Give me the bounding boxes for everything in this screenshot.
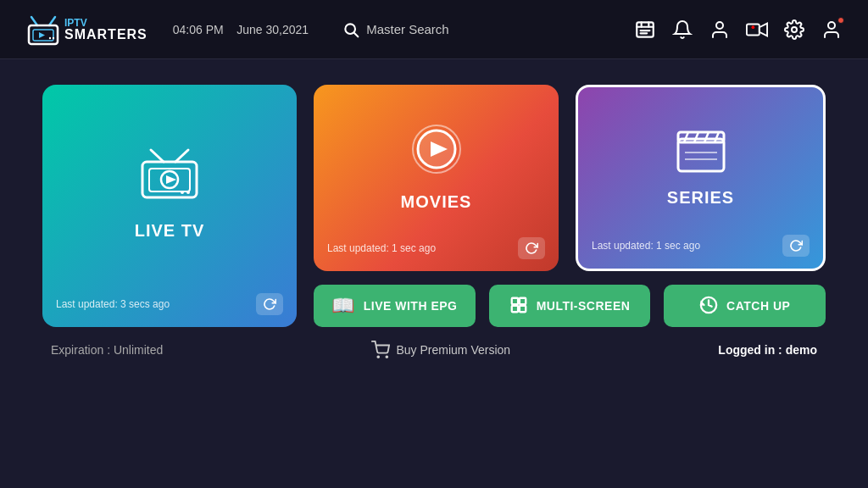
expiration-text: Expiration : Unlimited (51, 343, 163, 357)
svg-line-0 (31, 17, 37, 25)
cards-row: LIVE TV Last updated: 3 secs ago (42, 85, 826, 327)
svg-rect-43 (511, 305, 517, 311)
multi-screen-label: MULTI-SCREEN (537, 299, 631, 313)
svg-point-27 (181, 191, 184, 194)
svg-line-8 (354, 32, 359, 36)
svg-point-15 (716, 22, 723, 29)
date-display: June 30,2021 (236, 23, 309, 36)
svg-marker-26 (166, 175, 176, 184)
epg-icon[interactable] (634, 19, 656, 41)
movies-icon (407, 119, 466, 182)
live-with-epg-button[interactable]: 📖 LIVE WITH EPG (314, 285, 476, 327)
header: IPTV SMARTERS 04:06 PM June 30,2021 Mast… (0, 0, 868, 59)
action-buttons-row: 📖 LIVE WITH EPG MULTI-SCREEN (314, 285, 826, 327)
logged-in-user: demo (786, 343, 817, 357)
live-tv-title: LIVE TV (135, 221, 205, 241)
main-content: LIVE TV Last updated: 3 secs ago (0, 59, 868, 488)
svg-point-20 (828, 22, 835, 29)
svg-marker-17 (760, 23, 767, 36)
svg-point-6 (53, 36, 54, 38)
live-epg-icon: 📖 (331, 295, 355, 317)
series-card[interactable]: SERIES Last updated: 1 sec ago (576, 85, 826, 271)
live-epg-label: LIVE WITH EPG (364, 299, 458, 313)
series-title: SERIES (667, 188, 734, 208)
logged-in-label: Logged in : (718, 343, 785, 357)
svg-point-5 (49, 36, 51, 38)
svg-line-35 (684, 132, 688, 142)
svg-line-37 (704, 132, 709, 142)
svg-rect-41 (511, 297, 517, 303)
notification-icon[interactable] (671, 19, 693, 41)
footer: Expiration : Unlimited Buy Premium Versi… (42, 341, 826, 359)
record-icon[interactable] (746, 19, 768, 41)
svg-line-1 (49, 17, 55, 25)
svg-rect-33 (678, 139, 724, 171)
multi-screen-icon (509, 296, 528, 317)
user-icon[interactable] (709, 19, 731, 41)
movies-card[interactable]: MOVIES Last updated: 1 sec ago (314, 85, 559, 271)
logo-smarters: SMARTERS (64, 28, 147, 42)
cart-icon (371, 341, 390, 359)
header-icons (634, 19, 843, 41)
search-bar[interactable]: Master Search (342, 21, 449, 38)
catch-up-icon (699, 296, 718, 317)
series-icon (671, 124, 731, 178)
buy-premium-label: Buy Premium Version (397, 343, 511, 357)
time-display: 04:06 PM (173, 23, 224, 36)
buy-premium-button[interactable]: Buy Premium Version (371, 341, 511, 359)
series-updated: Last updated: 1 sec ago (592, 240, 700, 252)
catch-up-button[interactable]: CATCH UP (664, 285, 826, 327)
logo: IPTV SMARTERS (25, 14, 147, 46)
profile-icon[interactable] (821, 19, 843, 41)
svg-line-38 (715, 132, 719, 142)
live-tv-refresh-button[interactable] (256, 293, 283, 315)
svg-point-28 (186, 191, 190, 194)
series-refresh-button[interactable] (782, 235, 810, 257)
svg-point-46 (377, 356, 379, 358)
svg-line-22 (175, 150, 188, 162)
svg-rect-42 (520, 297, 526, 303)
logo-iptv: IPTV (64, 18, 147, 28)
settings-icon[interactable] (783, 19, 805, 41)
search-label: Master Search (366, 22, 449, 36)
svg-line-21 (151, 150, 164, 162)
series-footer: Last updated: 1 sec ago (592, 235, 810, 257)
datetime: 04:06 PM June 30,2021 (173, 23, 309, 36)
svg-marker-4 (39, 32, 45, 38)
multi-screen-button[interactable]: MULTI-SCREEN (489, 285, 651, 327)
movies-title: MOVIES (401, 192, 472, 212)
movies-footer: Last updated: 1 sec ago (327, 237, 545, 259)
logged-in-info: Logged in : demo (718, 343, 817, 357)
live-tv-updated: Last updated: 3 secs ago (56, 298, 170, 310)
search-icon (342, 21, 359, 38)
svg-rect-44 (520, 305, 526, 311)
movies-refresh-button[interactable] (518, 237, 545, 259)
live-tv-footer: Last updated: 3 secs ago (56, 293, 283, 315)
svg-point-19 (792, 27, 797, 32)
logo-icon (25, 14, 61, 46)
catch-up-label: CATCH UP (726, 299, 790, 313)
live-tv-icon (136, 147, 203, 209)
svg-point-18 (752, 25, 755, 29)
svg-line-36 (694, 132, 698, 142)
svg-point-47 (386, 356, 387, 358)
live-tv-card[interactable]: LIVE TV Last updated: 3 secs ago (42, 85, 297, 327)
movies-updated: Last updated: 1 sec ago (327, 242, 436, 254)
